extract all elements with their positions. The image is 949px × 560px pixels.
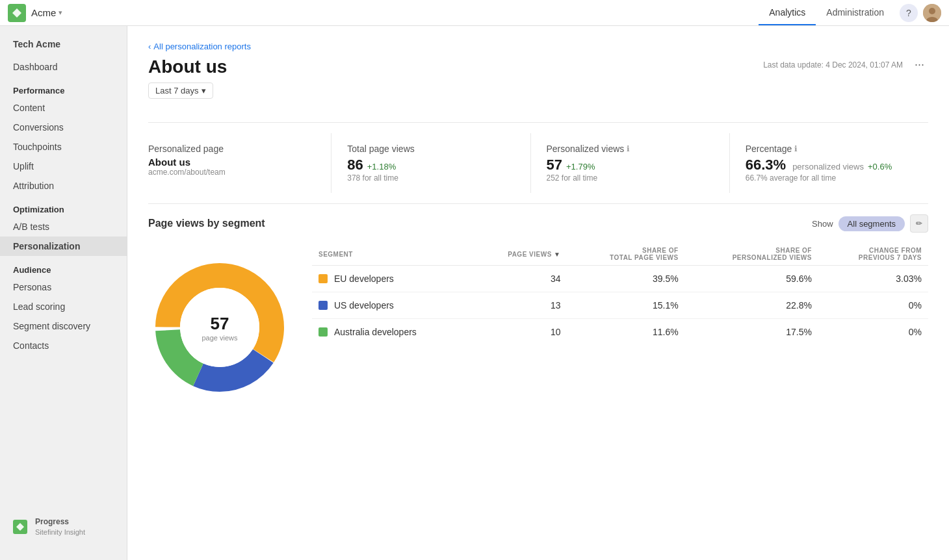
segment-section-title: Page views by segment (148, 218, 265, 229)
brand-logo[interactable]: Acme ▾ (8, 4, 62, 22)
eu-share-personalized: 59.6% (685, 266, 818, 292)
segment-name-au: Australia developers (312, 319, 472, 346)
eu-share-total: 39.5% (567, 266, 685, 292)
brand-name: Acme (31, 7, 56, 18)
stat-total-views-change: +1.18% (367, 162, 396, 172)
date-filter-caret: ▾ (202, 86, 206, 95)
brand-caret: ▾ (58, 8, 62, 17)
sidebar-item-content[interactable]: Content (0, 98, 127, 118)
stat-page-name: About us (148, 157, 315, 168)
us-change: 0% (818, 292, 928, 319)
col-change: CHANGE FROMPREVIOUS 7 DAYS (818, 243, 928, 266)
segment-section-header: Page views by segment Show All segments … (148, 214, 928, 233)
breadcrumb[interactable]: ‹ All personalization reports (148, 42, 928, 51)
page-header-right: Last data update: 4 Dec 2024, 01:07 AM ·… (763, 57, 928, 73)
divider-2 (148, 203, 928, 204)
table-row: EU developers 34 39.5% 59.6% 3.03% (312, 266, 928, 292)
table-row: Australia developers 10 11.6% 17.5% 0% (312, 319, 928, 346)
stat-percentage-label: Percentage ℹ (746, 144, 913, 154)
page-title: About us (148, 57, 227, 77)
more-options-button[interactable]: ··· (911, 57, 928, 73)
sidebar-item-personas[interactable]: Personas (0, 277, 127, 297)
nav-administration[interactable]: Administration (816, 0, 894, 25)
stat-percentage-alltime: 66.7% average for all time (746, 173, 913, 183)
progress-sub: Sitefinity Insight (35, 528, 85, 537)
sidebar: Tech Acme Dashboard Performance Content … (0, 26, 127, 560)
sidebar-item-lead-scoring[interactable]: Lead scoring (0, 297, 127, 316)
date-filter[interactable]: Last 7 days ▾ (148, 83, 213, 99)
show-label: Show (812, 219, 833, 229)
divider-1 (148, 122, 928, 123)
eu-page-views: 34 (472, 266, 567, 292)
nav-analytics[interactable]: Analytics (759, 0, 816, 25)
stat-personalized-views-label: Personalized views ℹ (547, 144, 714, 154)
sidebar-group-performance: Performance (0, 77, 127, 98)
col-share-personalized: SHARE OFPERSONALIZED VIEWS (685, 243, 818, 266)
topnav: Acme ▾ Analytics Administration ? (0, 0, 949, 26)
stat-personalized-page-label: Personalized page (148, 144, 315, 154)
us-dot (318, 301, 328, 310)
show-control: Show All segments ✏ (812, 214, 928, 233)
col-share-total: SHARE OFTOTAL PAGE VIEWS (567, 243, 685, 266)
edit-button[interactable]: ✏ (910, 214, 928, 233)
stat-personalized-views-value: 57 (547, 157, 562, 173)
percentage-info-icon[interactable]: ℹ (794, 144, 798, 153)
sidebar-item-personalization[interactable]: Personalization (0, 236, 127, 256)
stat-total-views-label: Total page views (347, 144, 514, 154)
last-update: Last data update: 4 Dec 2024, 01:07 AM (763, 60, 903, 70)
help-icon[interactable]: ? (900, 4, 918, 22)
stat-percentage-change: +0.6% (868, 162, 892, 172)
au-share-personalized: 17.5% (685, 319, 818, 346)
chart-area: 57 page views SEGMENT PAGE VIEWS (148, 243, 928, 399)
sidebar-item-conversions[interactable]: Conversions (0, 118, 127, 137)
stat-page-url: acme.com/about/team (148, 168, 315, 177)
stat-total-views-alltime: 378 for all time (347, 173, 514, 183)
donut-chart: 57 page views (148, 256, 291, 399)
col-page-views[interactable]: PAGE VIEWS ▼ (472, 243, 567, 266)
progress-logo (13, 520, 31, 534)
progress-brand: Progress (35, 517, 85, 528)
segment-name-us: US developers (312, 292, 472, 319)
sidebar-item-touchpoints[interactable]: Touchpoints (0, 137, 127, 157)
main-content: ‹ All personalization reports About us L… (127, 26, 949, 560)
stat-personalized-views: Personalized views ℹ 57 +1.79% 252 for a… (531, 133, 730, 193)
col-segment: SEGMENT (312, 243, 472, 266)
stat-personalized-page: Personalized page About us acme.com/abou… (148, 133, 332, 193)
segment-table: SEGMENT PAGE VIEWS ▼ SHARE OFTOTAL PAGE … (312, 243, 928, 345)
stat-percentage: Percentage ℹ 66.3% personalized views +0… (730, 133, 928, 193)
stats-row: Personalized page About us acme.com/abou… (148, 133, 928, 193)
us-page-views: 13 (472, 292, 567, 319)
au-page-views: 10 (472, 319, 567, 346)
sidebar-item-uplift[interactable]: Uplift (0, 157, 127, 176)
segment-name-eu: EU developers (312, 266, 472, 292)
date-filter-label: Last 7 days (155, 86, 199, 95)
breadcrumb-label: All personalization reports (153, 42, 251, 51)
stat-total-views: Total page views 86 +1.18% 378 for all t… (332, 133, 530, 193)
breadcrumb-chevron: ‹ (148, 42, 151, 51)
user-avatar[interactable] (923, 4, 941, 22)
sidebar-item-attribution[interactable]: Attribution (0, 176, 127, 196)
us-share-personalized: 22.8% (685, 292, 818, 319)
sidebar-item-segment-discovery[interactable]: Segment discovery (0, 316, 127, 336)
table-row: US developers 13 15.1% 22.8% 0% (312, 292, 928, 319)
sidebar-item-contacts[interactable]: Contacts (0, 336, 127, 355)
stat-total-views-value: 86 (347, 157, 363, 173)
svg-point-8 (180, 288, 259, 367)
svg-point-2 (929, 8, 935, 14)
sidebar-group-optimization: Optimization (0, 196, 127, 217)
page-header: About us Last data update: 4 Dec 2024, 0… (148, 57, 928, 77)
layout: Tech Acme Dashboard Performance Content … (0, 0, 949, 560)
stat-personalized-views-change: +1.79% (566, 162, 595, 172)
au-change: 0% (818, 319, 928, 346)
sidebar-item-ab-tests[interactable]: A/B tests (0, 217, 127, 236)
all-segments-button[interactable]: All segments (838, 216, 905, 231)
sidebar-group-audience: Audience (0, 256, 127, 277)
eu-dot (318, 274, 328, 283)
us-share-total: 15.1% (567, 292, 685, 319)
sidebar-item-dashboard[interactable]: Dashboard (0, 57, 127, 77)
topnav-links: Analytics Administration (759, 0, 894, 25)
sidebar-workspace: Tech Acme (0, 39, 127, 57)
personalized-views-info-icon[interactable]: ℹ (627, 144, 630, 153)
sidebar-bottom: Progress Sitefinity Insight (0, 507, 127, 547)
sort-arrow: ▼ (554, 251, 560, 258)
